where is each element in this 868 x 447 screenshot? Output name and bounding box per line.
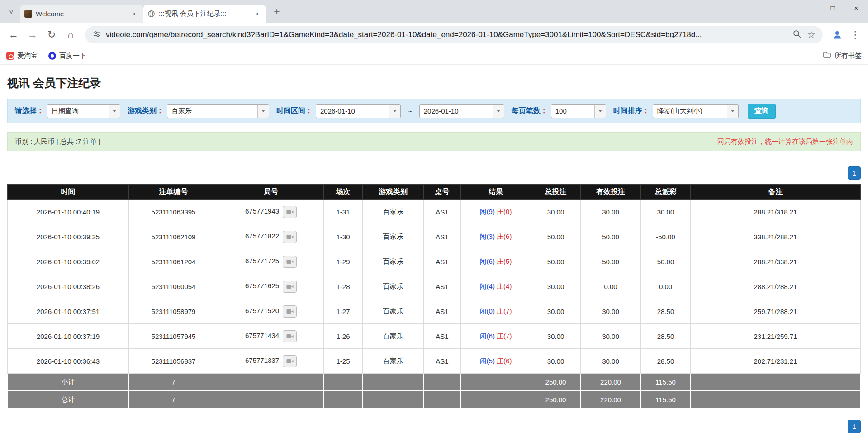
home-button[interactable]: ⌂ (62, 26, 80, 44)
chevron-down-icon[interactable] (594, 105, 606, 118)
back-button[interactable]: ← (5, 26, 23, 44)
maximize-button[interactable]: □ (821, 0, 844, 15)
round-number: 675771434 (245, 332, 279, 339)
address-bar[interactable]: videoie.com/game/betrecord_search/kind3?… (85, 26, 823, 43)
game-kind-select[interactable]: 百家乐 (167, 104, 269, 118)
cell-bet-id: 523111060054 (129, 274, 218, 299)
page-1-button[interactable]: 1 (848, 166, 861, 180)
folder-icon (823, 51, 831, 61)
round-number: 675771725 (245, 257, 279, 265)
cell-table-no: AS1 (424, 224, 461, 249)
chevron-down-icon[interactable] (493, 105, 504, 118)
result-banker: 庄(7) (497, 332, 512, 340)
cell-time: 2026-01-10 00:39:35 (8, 224, 129, 249)
bookmark-baidu[interactable]: 百度一下 (48, 52, 86, 60)
chevron-down-icon[interactable] (727, 105, 738, 118)
cell-table-no: AS1 (424, 200, 461, 224)
cell-game: 百家乐 (363, 224, 424, 249)
cell-total-bet[interactable]: 50.00 (531, 249, 581, 274)
result-player: 闲(6) (480, 257, 495, 265)
cell-total-bet[interactable]: 30.00 (531, 324, 581, 349)
video-replay-button[interactable] (283, 305, 297, 318)
minimize-button[interactable]: – (797, 0, 821, 15)
chevron-down-icon[interactable] (389, 105, 400, 118)
site-info-icon[interactable] (92, 30, 101, 40)
tab-title: :::视讯 会员下注纪录::: (159, 10, 249, 18)
browser-menu-icon[interactable]: ⋮ (847, 27, 863, 43)
video-replay-button[interactable] (283, 206, 297, 218)
empty-cell (424, 391, 461, 408)
date-start-select[interactable]: 2026-01-10 (316, 104, 401, 118)
tab-bet-records[interactable]: :::视讯 会员下注纪录::: × (143, 5, 266, 23)
profile-avatar[interactable] (828, 26, 846, 44)
cell-round: 675771625 (218, 274, 324, 299)
video-replay-button[interactable] (283, 355, 297, 367)
round-number: 675771520 (245, 307, 279, 314)
total-label: 总计 (8, 391, 129, 408)
video-replay-button[interactable] (283, 330, 297, 342)
date-end-select[interactable]: 2026-01-10 (419, 104, 504, 118)
tab-close-icon[interactable]: × (252, 9, 261, 18)
cell-total-bet[interactable]: 30.00 (531, 274, 581, 299)
browser-window: ˅ Welcome × :::视讯 会员下注纪录::: × + – □ × ← … (0, 0, 868, 65)
tab-close-icon[interactable]: × (129, 9, 138, 18)
cell-result: 闲(6) 庄(7) (461, 324, 531, 349)
game-kind-value: 百家乐 (171, 107, 192, 115)
total-row: 总计 7 250.00 220.00 115.50 (8, 391, 861, 408)
bookmark-star-icon[interactable]: ☆ (807, 29, 816, 40)
cell-result: 闲(4) 庄(4) (461, 274, 531, 299)
cell-total-bet[interactable]: 50.00 (531, 224, 581, 249)
close-window-button[interactable]: × (844, 0, 868, 15)
chevron-down-icon[interactable] (257, 105, 269, 118)
col-header-session: 场次 (324, 185, 363, 200)
sort-label: 时间排序： (613, 106, 650, 116)
sort-select[interactable]: 降幂(由大到小) (653, 104, 739, 118)
table-row: 2026-01-10 00:37:19 523111057945 6757714… (8, 324, 861, 349)
video-replay-button[interactable] (283, 256, 297, 268)
forward-button[interactable]: → (24, 26, 42, 44)
cell-total-bet[interactable]: 30.00 (531, 200, 581, 224)
video-replay-button[interactable] (283, 281, 297, 293)
result-banker: 庄(6) (497, 233, 512, 240)
bookmarks-right: 所有书签 (817, 51, 862, 61)
search-button[interactable]: 查询 (748, 104, 776, 119)
new-tab-button[interactable]: + (270, 5, 284, 19)
cell-note: 259.71/288.21 (691, 299, 861, 324)
cell-payout: -50.00 (641, 224, 691, 249)
cell-note: 231.21/259.71 (691, 324, 861, 349)
reload-button[interactable]: ↻ (43, 26, 61, 44)
filter-game-kind: 游戏类别： 百家乐 (128, 104, 269, 118)
cell-round: 675771337 (218, 349, 324, 374)
subtotal-payout: 115.50 (641, 374, 691, 391)
url-text[interactable]: videoie.com/game/betrecord_search/kind3?… (106, 30, 787, 39)
all-bookmarks-button[interactable]: 所有书签 (823, 51, 862, 61)
col-header-table: 桌号 (424, 185, 461, 200)
table-row: 2026-01-10 00:39:02 523111061204 6757717… (8, 249, 861, 274)
page-1-button[interactable]: 1 (848, 420, 861, 433)
zoom-icon[interactable] (792, 29, 802, 40)
query-type-select[interactable]: 日期查询 (47, 104, 120, 118)
cell-valid-bet: 30.00 (581, 200, 641, 224)
plus-icon: + (274, 6, 280, 18)
query-type-label: 请选择： (15, 106, 44, 116)
chevron-down-icon[interactable] (109, 105, 120, 118)
cell-time: 2026-01-10 00:39:02 (8, 249, 129, 274)
cell-result: 闲(3) 庄(6) (461, 224, 531, 249)
per-page-select[interactable]: 100 (551, 104, 606, 118)
cell-total-bet[interactable]: 30.00 (531, 299, 581, 324)
result-banker: 庄(7) (497, 307, 512, 315)
tab-welcome[interactable]: Welcome × (20, 5, 143, 23)
cell-time: 2026-01-10 00:37:51 (8, 299, 129, 324)
bookmark-aitaobao[interactable]: 爱淘宝 (6, 52, 38, 60)
cell-bet-id: 523111058979 (129, 299, 218, 324)
tab-search-button[interactable]: ˅ (5, 5, 18, 19)
video-replay-button[interactable] (283, 231, 297, 243)
filter-sort: 时间排序： 降幂(由大到小) (613, 104, 739, 118)
cell-bet-id: 523111061204 (129, 249, 218, 274)
cell-game: 百家乐 (363, 299, 424, 324)
cell-result: 闲(0) 庄(7) (461, 299, 531, 324)
cell-time: 2026-01-10 00:38:26 (8, 274, 129, 299)
cell-total-bet[interactable]: 30.00 (531, 349, 581, 374)
result-player: 闲(4) (480, 282, 495, 290)
tab-title: Welcome (36, 10, 126, 18)
